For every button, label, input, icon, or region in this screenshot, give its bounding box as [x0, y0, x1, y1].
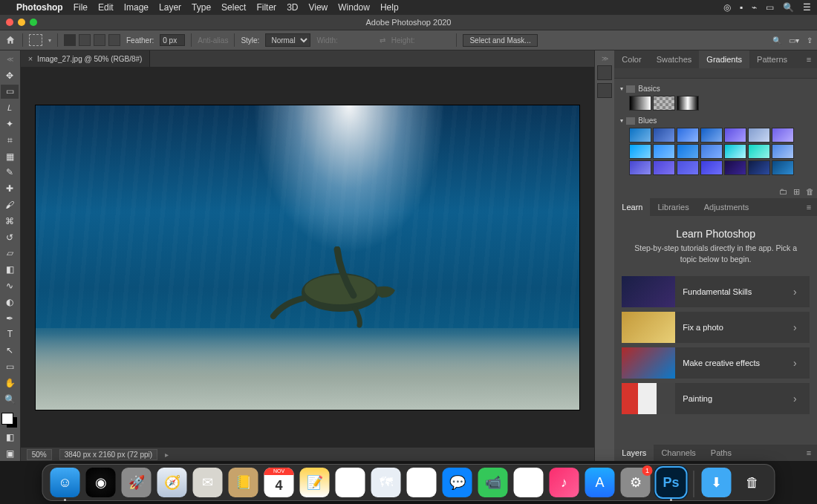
gradient-swatch[interactable] [629, 96, 651, 111]
gradient-swatch[interactable] [772, 160, 794, 175]
gradient-delete-icon[interactable]: 🗑 [806, 187, 814, 197]
panel-menu-icon[interactable]: ≡ [801, 445, 817, 461]
dock-app-reminders[interactable]: ☑ [336, 468, 365, 497]
intersect-selection-icon[interactable] [108, 34, 120, 46]
window-minimize-button[interactable] [18, 19, 25, 26]
gradient-swatch[interactable] [772, 144, 794, 159]
menu-edit[interactable]: Edit [98, 2, 114, 13]
select-and-mask-button[interactable]: Select and Mask... [463, 34, 537, 47]
tool-crop[interactable]: ⌗ [1, 133, 19, 148]
gradient-swatch[interactable] [772, 128, 794, 143]
dock-app-facetime[interactable]: 📹 [478, 468, 508, 497]
gradient-swatch[interactable] [700, 160, 723, 175]
new-selection-icon[interactable] [64, 34, 76, 46]
panel-expand-icon[interactable]: ≫ [602, 55, 608, 62]
tutorial-item[interactable]: Make creative effects› [622, 347, 810, 379]
menu-image[interactable]: Image [124, 2, 149, 13]
share-icon[interactable]: ⇪ [807, 36, 813, 45]
tool-hand[interactable]: ✋ [1, 376, 19, 390]
tab-paths[interactable]: Paths [703, 445, 739, 461]
tool-heal[interactable]: ✚ [1, 181, 19, 196]
gradient-swatch[interactable] [629, 144, 651, 159]
tutorial-item[interactable]: Painting› [622, 383, 810, 414]
gradient-group-header[interactable]: ▾Blues [620, 115, 811, 126]
dock-app-finder[interactable]: ☺ [51, 468, 80, 497]
dock-app-photoshop[interactable]: Ps [657, 468, 686, 497]
dock-app-calendar[interactable]: NOV4 [264, 468, 294, 497]
menu-filter[interactable]: Filter [256, 2, 276, 13]
menu-help[interactable]: Help [380, 2, 399, 13]
feather-input[interactable] [160, 34, 185, 46]
gradient-swatch[interactable] [653, 144, 675, 159]
style-select[interactable]: Normal [265, 33, 310, 47]
tool-brush[interactable]: 🖌 [1, 197, 19, 212]
tool-shape[interactable]: ▭ [1, 359, 19, 374]
tool-lasso[interactable]: 𝘓 [1, 100, 19, 115]
document-tab[interactable]: × Image_27.jpg @ 50% (RGB/8#) [21, 50, 151, 67]
gradient-swatch[interactable] [724, 128, 746, 143]
tutorial-item[interactable]: Fix a photo› [622, 312, 810, 343]
tab-color[interactable]: Color [614, 50, 648, 68]
tool-move[interactable]: ✥ [1, 68, 19, 83]
gradient-swatch[interactable] [629, 160, 651, 175]
cc-status-icon[interactable]: ◎ [723, 2, 731, 13]
folder-new-icon[interactable]: 🗀 [779, 187, 787, 197]
tool-marquee[interactable]: ▭ [1, 85, 19, 99]
subtract-selection-icon[interactable] [94, 34, 105, 46]
current-tool-icon[interactable] [29, 34, 42, 46]
tutorial-item[interactable]: Fundamental Skills› [622, 276, 810, 307]
fg-color-swatch[interactable] [1, 413, 13, 425]
tool-eraser[interactable]: ▱ [1, 246, 19, 261]
dock-app-contacts[interactable]: 📒 [229, 468, 258, 497]
tool-path[interactable]: ↖ [1, 343, 19, 358]
history-panel-icon[interactable] [597, 65, 612, 80]
quickmask-icon[interactable]: ◧ [1, 430, 19, 445]
dock-app-notes[interactable]: 📝 [300, 468, 330, 497]
tool-zoom[interactable]: 🔍 [1, 392, 19, 407]
menu-file[interactable]: File [74, 2, 88, 13]
dock-app-launchpad[interactable]: 🚀 [122, 468, 152, 497]
gradient-swatch[interactable] [629, 128, 651, 143]
swap-wh-icon[interactable]: ⇄ [380, 36, 385, 45]
gradient-swatch[interactable] [677, 128, 699, 143]
tool-quick-select[interactable]: ✦ [1, 117, 19, 131]
menu-select[interactable]: Select [221, 2, 246, 13]
panel-menu-icon[interactable]: ≡ [801, 198, 817, 216]
window-close-button[interactable] [6, 19, 13, 26]
tab-gradients[interactable]: Gradients [699, 50, 749, 68]
add-selection-icon[interactable] [79, 34, 91, 46]
tool-pen[interactable]: ✒ [1, 311, 19, 326]
tool-eyedropper[interactable]: ✎ [1, 166, 19, 180]
chat-icon[interactable]: ▪ [740, 2, 743, 13]
gradient-swatch[interactable] [724, 144, 746, 159]
tab-learn[interactable]: Learn [614, 198, 650, 216]
gradient-swatch[interactable] [677, 144, 699, 159]
dock-app-maps[interactable]: 🗺 [371, 468, 401, 497]
gradient-swatch[interactable] [700, 144, 723, 159]
tab-close-icon[interactable]: × [28, 54, 33, 63]
doc-info[interactable]: 3840 px x 2160 px (72 ppi) [59, 449, 157, 460]
tab-channels[interactable]: Channels [654, 445, 703, 461]
tab-swatches[interactable]: Swatches [649, 50, 700, 68]
properties-panel-icon[interactable] [597, 83, 612, 98]
tool-type[interactable]: T [1, 327, 19, 342]
zoom-level[interactable]: 50% [27, 449, 52, 460]
gradient-swatch[interactable] [653, 96, 675, 111]
control-center-icon[interactable]: ☰ [803, 2, 811, 13]
airplay-icon[interactable]: ⌁ [752, 2, 757, 13]
menu-view[interactable]: View [308, 2, 328, 13]
menu-window[interactable]: Window [338, 2, 370, 13]
tool-dodge[interactable]: ◐ [1, 295, 19, 310]
tool-stamp[interactable]: ⌘ [1, 214, 19, 229]
gradient-swatch[interactable] [748, 144, 770, 159]
displays-icon[interactable]: ▭ [766, 2, 774, 13]
workspace-icon[interactable]: ▭▾ [789, 36, 799, 45]
menu-layer[interactable]: Layer [159, 2, 181, 13]
dock-app-settings[interactable]: ⚙1 [621, 468, 651, 497]
dock-app-trash[interactable]: 🗑 [738, 468, 767, 497]
dock-app-mail[interactable]: ✉ [193, 468, 223, 497]
gradient-group-header[interactable]: ▾Basics [620, 83, 811, 94]
dock-app-messages[interactable]: 💬 [443, 468, 472, 497]
gradient-swatch[interactable] [653, 160, 675, 175]
screenmode-icon[interactable]: ▣ [1, 446, 19, 461]
